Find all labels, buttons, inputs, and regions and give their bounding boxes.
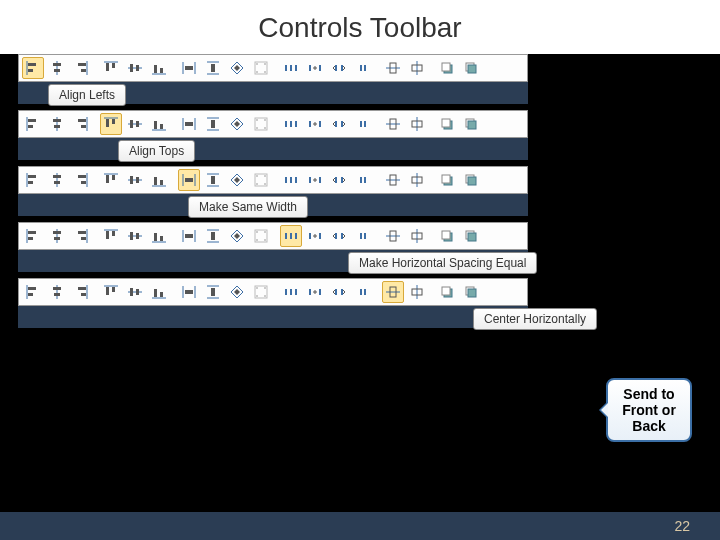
hspace-equal-button[interactable] — [280, 113, 302, 135]
align-middles-button[interactable] — [124, 169, 146, 191]
size-to-grid-button[interactable] — [250, 225, 272, 247]
hspace-inc-button[interactable] — [304, 169, 326, 191]
center-vert-button[interactable] — [406, 225, 428, 247]
center-horiz-button[interactable] — [382, 113, 404, 135]
bring-front-button[interactable] — [436, 113, 458, 135]
hspace-dec-button[interactable] — [328, 57, 350, 79]
hspace-equal-button[interactable] — [280, 169, 302, 191]
hspace-dec-button[interactable] — [328, 225, 350, 247]
same-size-button[interactable] — [226, 169, 248, 191]
hspace-equal-button[interactable] — [280, 225, 302, 247]
hspace-remove-button[interactable] — [352, 113, 374, 135]
align-tops-button[interactable] — [100, 113, 122, 135]
align-tops-button[interactable] — [100, 225, 122, 247]
center-vert-button[interactable] — [406, 57, 428, 79]
align-rights-button[interactable] — [70, 113, 92, 135]
align-rights-button[interactable] — [70, 225, 92, 247]
center-horiz-button[interactable] — [382, 169, 404, 191]
hspace-dec-button[interactable] — [328, 169, 350, 191]
hspace-remove-button[interactable] — [352, 57, 374, 79]
svg-rect-174 — [360, 233, 362, 239]
center-vert-button[interactable] — [406, 281, 428, 303]
bring-front-button[interactable] — [436, 169, 458, 191]
same-size-button[interactable] — [226, 225, 248, 247]
center-vert-button[interactable] — [406, 113, 428, 135]
hspace-remove-button[interactable] — [352, 169, 374, 191]
align-middles-button[interactable] — [124, 57, 146, 79]
align-bottoms-button[interactable] — [148, 225, 170, 247]
align-lefts-button[interactable] — [22, 281, 44, 303]
align-tops-button[interactable] — [100, 281, 122, 303]
align-centers-button[interactable] — [46, 113, 68, 135]
hspace-equal-button[interactable] — [280, 57, 302, 79]
align-centers-button[interactable] — [46, 169, 68, 191]
center-horiz-icon — [385, 172, 401, 188]
size-to-grid-button[interactable] — [250, 57, 272, 79]
hspace-remove-icon — [355, 172, 371, 188]
align-rights-button[interactable] — [70, 169, 92, 191]
same-height-button[interactable] — [202, 113, 224, 135]
align-middles-button[interactable] — [124, 225, 146, 247]
hspace-equal-button[interactable] — [280, 281, 302, 303]
align-lefts-button[interactable] — [22, 113, 44, 135]
same-size-button[interactable] — [226, 57, 248, 79]
align-rights-button[interactable] — [70, 57, 92, 79]
align-bottoms-button[interactable] — [148, 281, 170, 303]
bring-front-button[interactable] — [436, 225, 458, 247]
same-width-button[interactable] — [178, 169, 200, 191]
align-lefts-button[interactable] — [22, 57, 44, 79]
center-horiz-button[interactable] — [382, 57, 404, 79]
align-tops-button[interactable] — [100, 169, 122, 191]
hspace-inc-button[interactable] — [304, 113, 326, 135]
hspace-remove-button[interactable] — [352, 225, 374, 247]
same-height-button[interactable] — [202, 281, 224, 303]
hspace-inc-button[interactable] — [304, 57, 326, 79]
align-bottoms-button[interactable] — [148, 113, 170, 135]
align-rights-button[interactable] — [70, 281, 92, 303]
bring-front-button[interactable] — [436, 281, 458, 303]
align-lefts-button[interactable] — [22, 225, 44, 247]
align-middles-button[interactable] — [124, 281, 146, 303]
bring-front-button[interactable] — [436, 57, 458, 79]
same-width-button[interactable] — [178, 113, 200, 135]
size-to-grid-button[interactable] — [250, 281, 272, 303]
same-height-button[interactable] — [202, 169, 224, 191]
align-centers-button[interactable] — [46, 57, 68, 79]
hspace-inc-button[interactable] — [304, 225, 326, 247]
center-horiz-button[interactable] — [382, 225, 404, 247]
align-bottoms-button[interactable] — [148, 169, 170, 191]
align-bottoms-button[interactable] — [148, 57, 170, 79]
send-back-button[interactable] — [460, 113, 482, 135]
size-to-grid-button[interactable] — [250, 113, 272, 135]
same-width-button[interactable] — [178, 281, 200, 303]
svg-rect-32 — [309, 65, 311, 71]
hspace-inc-icon — [307, 172, 323, 188]
same-width-button[interactable] — [178, 225, 200, 247]
svg-point-74 — [264, 127, 266, 129]
send-back-button[interactable] — [460, 57, 482, 79]
same-width-button[interactable] — [178, 57, 200, 79]
send-back-button[interactable] — [460, 225, 482, 247]
same-size-button[interactable] — [226, 281, 248, 303]
send-back-button[interactable] — [460, 281, 482, 303]
same-height-button[interactable] — [202, 57, 224, 79]
size-to-grid-button[interactable] — [250, 169, 272, 191]
svg-rect-207 — [211, 288, 215, 296]
hspace-dec-button[interactable] — [328, 113, 350, 135]
align-middles-button[interactable] — [124, 113, 146, 135]
align-centers-button[interactable] — [46, 281, 68, 303]
hspace-dec-button[interactable] — [328, 281, 350, 303]
same-size-button[interactable] — [226, 113, 248, 135]
same-height-button[interactable] — [202, 225, 224, 247]
hspace-inc-button[interactable] — [304, 281, 326, 303]
align-lefts-button[interactable] — [22, 169, 44, 191]
align-tops-button[interactable] — [100, 57, 122, 79]
svg-rect-192 — [81, 293, 86, 296]
svg-rect-62 — [154, 121, 157, 129]
align-centers-button[interactable] — [46, 225, 68, 247]
center-vert-button[interactable] — [406, 169, 428, 191]
send-back-button[interactable] — [460, 169, 482, 191]
slide-body: Align Lefts Align Tops Make Same Width M… — [0, 54, 720, 328]
center-horiz-button[interactable] — [382, 281, 404, 303]
hspace-remove-button[interactable] — [352, 281, 374, 303]
